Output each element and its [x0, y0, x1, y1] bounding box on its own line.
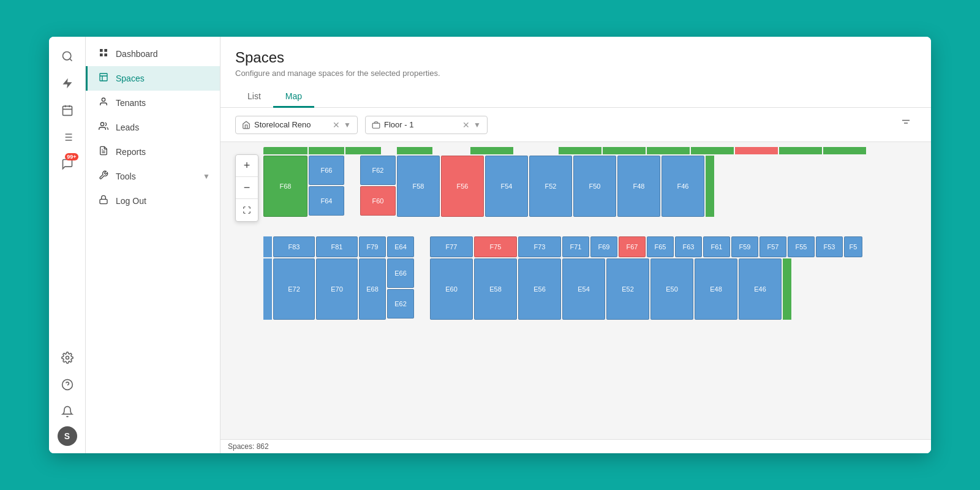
sidebar-item-spaces-label: Spaces: [116, 74, 145, 83]
space-F55[interactable]: F55: [788, 236, 815, 257]
floor-clear-button[interactable]: ✕: [462, 120, 470, 130]
space-F63[interactable]: F63: [675, 236, 702, 257]
space-F52[interactable]: F52: [529, 156, 572, 217]
space-F59[interactable]: F59: [731, 236, 758, 257]
floor-filter-dropdown[interactable]: Floor - 1 ✕ ▼: [365, 116, 488, 134]
space-F65[interactable]: F65: [647, 236, 674, 257]
property-filter-dropdown[interactable]: Storelocal Reno ✕ ▼: [235, 116, 358, 134]
floor-filter-value: Floor - 1: [384, 120, 459, 129]
space-E70[interactable]: E70: [316, 258, 358, 320]
space-F68[interactable]: F68: [263, 156, 307, 217]
tab-map[interactable]: Map: [273, 86, 314, 108]
space-F46[interactable]: F46: [662, 156, 704, 217]
space-F58[interactable]: F58: [397, 156, 440, 217]
notifications-icon[interactable]: [55, 399, 80, 424]
space-E72[interactable]: E72: [273, 258, 315, 320]
space-F73[interactable]: F73: [518, 236, 561, 257]
search-icon[interactable]: [55, 44, 80, 69]
spaces-count: Spaces: 862: [228, 442, 269, 451]
flash-icon[interactable]: [55, 71, 80, 96]
space-F83[interactable]: F83: [273, 236, 315, 257]
space-F54[interactable]: F54: [485, 156, 528, 217]
space-F64[interactable]: F64: [309, 186, 344, 216]
dashboard-icon: [97, 48, 110, 60]
map-area: + −: [221, 142, 931, 453]
space-F69[interactable]: F69: [590, 236, 617, 257]
space-F66[interactable]: F66: [309, 156, 344, 185]
sidebar-item-spaces[interactable]: Spaces: [86, 66, 220, 91]
svg-rect-5: [104, 49, 107, 52]
zoom-out-button[interactable]: −: [236, 177, 258, 199]
svg-point-0: [62, 52, 70, 60]
space-F48[interactable]: F48: [617, 156, 660, 217]
property-icon: [242, 121, 251, 129]
space-E58[interactable]: E58: [474, 258, 517, 320]
sidebar-item-reports[interactable]: Reports: [86, 140, 220, 164]
space-E50[interactable]: E50: [650, 258, 693, 320]
space-F5[interactable]: F5: [844, 236, 862, 257]
space-F81[interactable]: F81: [316, 236, 358, 257]
property-dropdown-arrow-icon[interactable]: ▼: [344, 121, 351, 129]
space-E66[interactable]: E66: [387, 258, 414, 288]
zoom-controls: + −: [235, 154, 258, 222]
list-icon[interactable]: [55, 125, 80, 149]
space-F57[interactable]: F57: [760, 236, 786, 257]
sidebar-item-dashboard[interactable]: Dashboard: [86, 42, 220, 66]
sidebar-item-reports-label: Reports: [116, 147, 146, 157]
zoom-in-button[interactable]: +: [236, 155, 258, 177]
tab-bar: List Map: [235, 86, 916, 107]
space-E56[interactable]: E56: [518, 258, 561, 320]
space-F77[interactable]: F77: [430, 236, 473, 257]
filter-options-button[interactable]: [895, 115, 916, 134]
sidebar-item-tenants[interactable]: Tenants: [86, 91, 220, 115]
space-F62[interactable]: F62: [360, 156, 396, 185]
space-F53[interactable]: F53: [816, 236, 843, 257]
space-F71[interactable]: F71: [562, 236, 589, 257]
space-F79[interactable]: F79: [359, 236, 386, 257]
space-E64[interactable]: E64: [387, 236, 414, 257]
calendar-icon[interactable]: [55, 98, 80, 123]
svg-rect-1: [62, 106, 72, 115]
space-E46[interactable]: E46: [739, 258, 782, 320]
status-bar: Spaces: 862: [221, 439, 931, 453]
settings-icon[interactable]: [55, 345, 80, 370]
main-content: Spaces Configure and manage spaces for t…: [221, 37, 931, 453]
sidebar-item-tenants-label: Tenants: [116, 98, 146, 108]
space-F50[interactable]: F50: [573, 156, 616, 217]
space-F75[interactable]: F75: [474, 236, 517, 257]
sidebar-item-dashboard-label: Dashboard: [116, 49, 158, 59]
page-title: Spaces: [235, 49, 916, 66]
chat-icon[interactable]: 99+: [55, 152, 80, 176]
sidebar-item-leads[interactable]: Leads: [86, 115, 220, 140]
space-F61[interactable]: F61: [703, 236, 730, 257]
sidebar-item-tools-label: Tools: [116, 172, 136, 181]
tools-icon: [97, 170, 110, 183]
space-E62[interactable]: E62: [387, 289, 414, 318]
space-E54[interactable]: E54: [562, 258, 605, 320]
sidebar-item-logout[interactable]: Log Out: [86, 189, 220, 213]
person-icon: [97, 97, 110, 109]
zoom-fit-button[interactable]: [236, 199, 258, 221]
svg-point-9: [102, 98, 105, 101]
help-icon[interactable]: [55, 372, 80, 397]
space-F60[interactable]: F60: [360, 186, 396, 216]
page-subtitle: Configure and manage spaces for the sele…: [235, 69, 916, 78]
sidebar-item-tools[interactable]: Tools ▼: [86, 164, 220, 189]
space-E48[interactable]: E48: [695, 258, 737, 320]
svg-rect-14: [372, 123, 380, 128]
space-F67[interactable]: F67: [619, 236, 646, 257]
space-F56[interactable]: F56: [441, 156, 484, 217]
spaces-icon: [97, 72, 110, 85]
reports-icon: [97, 146, 110, 158]
sidebar-item-leads-label: Leads: [116, 123, 139, 132]
space-E52[interactable]: E52: [606, 258, 649, 320]
property-filter-value: Storelocal Reno: [254, 120, 329, 129]
space-E68[interactable]: E68: [359, 258, 386, 320]
user-avatar[interactable]: S: [58, 426, 77, 446]
svg-rect-8: [100, 74, 107, 81]
tab-list[interactable]: List: [235, 86, 273, 108]
space-E60[interactable]: E60: [430, 258, 473, 320]
svg-rect-4: [100, 49, 103, 52]
floor-dropdown-arrow-icon[interactable]: ▼: [473, 121, 481, 129]
property-clear-button[interactable]: ✕: [333, 120, 340, 130]
